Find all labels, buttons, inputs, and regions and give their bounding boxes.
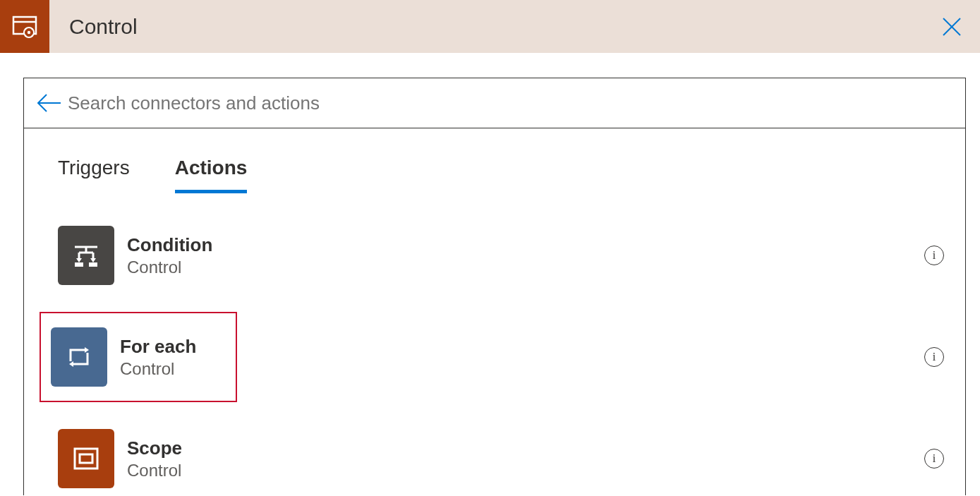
- svg-marker-25: [69, 361, 73, 367]
- svg-line-9: [32, 35, 33, 37]
- tabs: Triggers Actions: [58, 157, 944, 190]
- svg-line-8: [25, 28, 27, 30]
- panel-header: Control: [0, 0, 980, 53]
- svg-line-10: [32, 28, 33, 30]
- action-row-foreach: For each Control i: [58, 312, 944, 402]
- action-name: Scope: [127, 437, 182, 459]
- info-button[interactable]: i: [924, 449, 944, 468]
- action-name: Condition: [127, 234, 212, 256]
- svg-line-11: [25, 35, 27, 37]
- info-icon: i: [933, 249, 936, 262]
- panel-title: Control: [69, 15, 138, 39]
- action-row-condition: Condition Control i: [58, 226, 944, 285]
- panel-body: Triggers Actions: [23, 128, 966, 495]
- action-row-scope: Scope Control i: [58, 429, 944, 488]
- tab-actions[interactable]: Actions: [175, 157, 248, 190]
- close-icon: [940, 16, 963, 38]
- search-bar: [23, 78, 966, 128]
- info-icon: i: [933, 351, 936, 363]
- svg-marker-21: [90, 258, 96, 262]
- svg-marker-24: [85, 347, 89, 353]
- action-item-scope[interactable]: Scope Control: [58, 429, 902, 488]
- info-button[interactable]: i: [924, 347, 944, 367]
- arrow-left-icon: [37, 93, 62, 113]
- action-item-foreach[interactable]: For each Control: [40, 312, 237, 402]
- action-category: Control: [127, 258, 212, 277]
- info-button[interactable]: i: [924, 246, 944, 265]
- scope-icon: [58, 429, 114, 488]
- action-category: Control: [127, 461, 182, 480]
- svg-marker-20: [76, 258, 82, 262]
- control-connector-icon: [0, 0, 49, 53]
- action-category: Control: [120, 359, 196, 379]
- tab-triggers[interactable]: Triggers: [58, 157, 130, 190]
- search-input[interactable]: [68, 92, 954, 114]
- svg-rect-23: [89, 262, 97, 267]
- window-gear-icon: [11, 13, 39, 41]
- info-icon: i: [933, 452, 936, 465]
- svg-rect-27: [80, 454, 92, 463]
- svg-rect-26: [75, 449, 97, 468]
- actions-list: Condition Control i: [58, 226, 944, 488]
- condition-icon: [58, 226, 114, 285]
- svg-rect-22: [75, 262, 83, 267]
- close-button[interactable]: [938, 13, 966, 41]
- action-name: For each: [120, 336, 196, 358]
- svg-point-3: [28, 30, 30, 33]
- action-item-condition[interactable]: Condition Control: [58, 226, 902, 285]
- back-button[interactable]: [35, 89, 63, 117]
- foreach-icon: [51, 327, 107, 387]
